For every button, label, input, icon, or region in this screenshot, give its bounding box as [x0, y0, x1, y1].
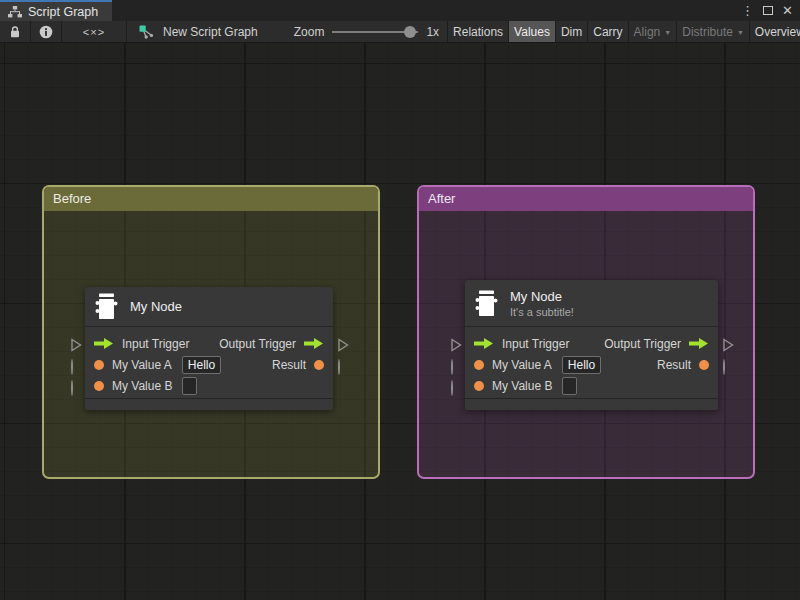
result-port[interactable]: Result — [657, 358, 718, 372]
port-label: Result — [657, 358, 691, 372]
graph-toolbar: <×> New Script Graph Zoom 1x Relations V… — [0, 21, 800, 43]
node-subtitle: It's a subtitle! — [510, 306, 574, 318]
overview-label: Overview — [755, 25, 800, 39]
node-footer — [85, 398, 333, 410]
node-my-node-before[interactable]: My Node Input Trigger Output Trigger — [85, 287, 333, 410]
carry-label: Carry — [593, 25, 622, 39]
unit-icon — [475, 290, 498, 317]
port-label: My Value A — [112, 358, 172, 372]
port-row-trigger: Input Trigger Output Trigger — [85, 333, 333, 354]
outer-trigger-port[interactable] — [450, 338, 462, 352]
port-label: My Value B — [492, 379, 552, 393]
outer-trigger-port[interactable] — [337, 338, 349, 352]
outer-value-port[interactable] — [451, 360, 453, 374]
group-after-header[interactable]: After — [419, 187, 753, 211]
outer-value-port[interactable] — [71, 360, 73, 374]
dim-button[interactable]: Dim — [556, 21, 588, 42]
title-bar: Script Graph ⋮ ✕ — [0, 0, 800, 21]
port-label: My Value B — [112, 379, 172, 393]
code-view-icon: <×> — [83, 26, 105, 38]
tab-script-graph[interactable]: Script Graph — [0, 0, 112, 21]
port-row-value-a: My Value A Hello Result — [465, 354, 718, 375]
distribute-dropdown[interactable]: Distribute ▼ — [677, 21, 750, 42]
group-before-header[interactable]: Before — [44, 187, 378, 211]
close-icon[interactable]: ✕ — [782, 4, 793, 17]
relations-label: Relations — [453, 25, 503, 39]
group-before-label: Before — [53, 191, 91, 206]
port-row-value-b: My Value B — [85, 375, 333, 396]
input-trigger-port[interactable]: Input Trigger — [465, 337, 569, 351]
my-value-b-port[interactable]: My Value B — [85, 377, 197, 395]
result-port[interactable]: Result — [272, 358, 333, 372]
align-label: Align — [634, 25, 661, 39]
output-trigger-port[interactable]: Output Trigger — [604, 337, 718, 351]
my-value-a-port[interactable]: My Value A Hello — [85, 356, 221, 374]
node-footer — [465, 398, 718, 410]
port-label: Output Trigger — [604, 337, 681, 351]
port-label: Input Trigger — [122, 337, 189, 351]
lock-button[interactable] — [0, 21, 30, 42]
port-row-trigger: Input Trigger Output Trigger — [465, 333, 718, 354]
unit-icon — [95, 293, 118, 320]
outer-trigger-port[interactable] — [70, 338, 82, 352]
value-b-field[interactable] — [182, 377, 197, 395]
outer-value-port[interactable] — [451, 381, 453, 395]
group-after-label: After — [428, 191, 455, 206]
node-title: My Node — [130, 299, 182, 314]
node-my-node-after[interactable]: My Node It's a subtitle! Input Trigger O… — [465, 280, 718, 410]
code-view-button[interactable]: <×> — [62, 21, 126, 42]
node-header: My Node It's a subtitle! — [465, 280, 718, 327]
value-a-field[interactable]: Hello — [562, 356, 601, 374]
window-controls: ⋮ ✕ — [741, 0, 800, 21]
script-graph-icon — [8, 6, 22, 18]
zoom-slider[interactable] — [332, 25, 418, 39]
distribute-label: Distribute — [682, 25, 733, 39]
value-b-field[interactable] — [562, 377, 577, 395]
align-dropdown[interactable]: Align ▼ — [629, 21, 678, 42]
zoom-slider-handle[interactable] — [404, 26, 416, 38]
outer-trigger-port[interactable] — [722, 338, 734, 352]
output-trigger-port[interactable]: Output Trigger — [219, 337, 333, 351]
carry-button[interactable]: Carry — [588, 21, 628, 42]
my-value-a-port[interactable]: My Value A Hello — [465, 356, 601, 374]
node-titles: My Node It's a subtitle! — [510, 289, 574, 318]
maximize-icon[interactable] — [763, 6, 773, 15]
value-port-dot — [94, 360, 104, 370]
value-a-field[interactable]: Hello — [182, 356, 221, 374]
value-port-dot — [699, 360, 709, 370]
dim-label: Dim — [561, 25, 582, 39]
relations-button[interactable]: Relations — [448, 21, 509, 42]
trigger-arrow-icon — [304, 338, 324, 349]
chevron-down-icon: ▼ — [737, 29, 744, 36]
overview-button[interactable]: Overview — [750, 21, 800, 42]
values-label: Values — [514, 25, 550, 39]
values-button[interactable]: Values — [509, 21, 556, 42]
port-label: My Value A — [492, 358, 552, 372]
kebab-menu-icon[interactable]: ⋮ — [741, 4, 754, 17]
graph-icon — [139, 25, 155, 39]
value-port-dot — [94, 381, 104, 391]
outer-value-port[interactable] — [71, 381, 73, 395]
trigger-arrow-icon — [94, 338, 114, 349]
node-body: Input Trigger Output Trigger My Value A … — [85, 327, 333, 398]
outer-value-port[interactable] — [723, 360, 725, 374]
info-button[interactable] — [31, 21, 61, 42]
zoom-label: Zoom — [294, 25, 325, 39]
node-header: My Node — [85, 287, 333, 327]
value-port-dot — [474, 360, 484, 370]
node-titles: My Node — [130, 299, 182, 314]
input-trigger-port[interactable]: Input Trigger — [85, 337, 189, 351]
port-row-value-b: My Value B — [465, 375, 718, 396]
graph-canvas[interactable]: Before After My Node — [0, 43, 800, 600]
value-port-dot — [474, 381, 484, 391]
chevron-down-icon: ▼ — [664, 29, 671, 36]
lock-icon — [8, 25, 22, 38]
my-value-b-port[interactable]: My Value B — [465, 377, 577, 395]
node-title: My Node — [510, 289, 574, 304]
node-body: Input Trigger Output Trigger My Value A … — [465, 327, 718, 398]
toolbar-toggle-buttons: Relations Values Dim Carry Align ▼ Distr… — [447, 21, 800, 42]
info-icon — [39, 25, 53, 39]
outer-value-port[interactable] — [338, 360, 340, 374]
graph-name-label: New Script Graph — [163, 25, 258, 39]
trigger-arrow-icon — [689, 338, 709, 349]
